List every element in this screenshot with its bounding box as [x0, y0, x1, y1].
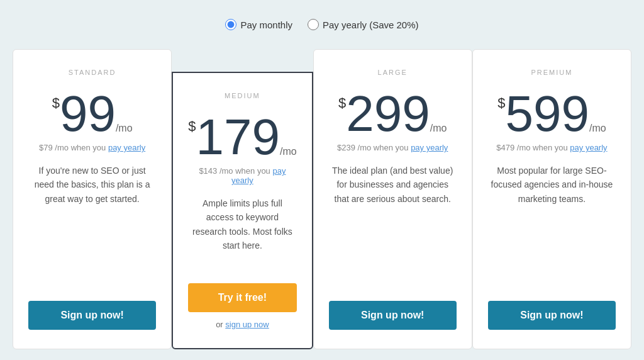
plan-premium-amount: 599 [505, 89, 589, 139]
plan-medium-amount: 179 [196, 112, 279, 162]
plan-medium-wrapper: Most Popular MEDIUM $ 179 /mo $143 /mo w… [172, 72, 313, 349]
plan-standard-signup-button[interactable]: Sign up now! [28, 301, 156, 330]
plan-premium-dollar: $ [497, 95, 505, 111]
plan-large-name: LARGE [378, 69, 408, 76]
yearly-label: Pay yearly (Save 20%) [323, 20, 419, 30]
plan-medium-description: Ample limits plus full access to keyword… [188, 196, 296, 268]
plan-medium-dollar: $ [188, 118, 196, 135]
plan-premium-yearly: $479 /mo when you pay yearly [496, 143, 607, 152]
plan-medium-period: /mo [280, 146, 297, 157]
plan-large-price-block: $ 299 /mo [338, 89, 447, 139]
plan-large-dollar: $ [338, 95, 346, 111]
yearly-option[interactable]: Pay yearly (Save 20%) [308, 19, 419, 30]
plan-standard-description: If you're new to SEO or just need the ba… [28, 164, 156, 221]
plan-standard-name: STANDARD [69, 69, 116, 76]
monthly-radio[interactable] [225, 19, 236, 30]
plans-container: STANDARD $ 99 /mo $79 /mo when you pay y… [13, 49, 631, 349]
plan-large-yearly: $239 /mo when you pay yearly [337, 143, 448, 152]
yearly-radio[interactable] [308, 19, 319, 30]
monthly-label: Pay monthly [240, 20, 292, 30]
plan-premium-price-block: $ 599 /mo [497, 89, 606, 139]
plan-premium: PREMIUM $ 599 /mo $479 /mo when you pay … [472, 49, 631, 349]
plan-standard-yearly-link[interactable]: pay yearly [108, 143, 145, 152]
plan-medium-signup-link[interactable]: sign up now [225, 320, 269, 329]
plan-large: LARGE $ 299 /mo $239 /mo when you pay ye… [313, 49, 472, 349]
plan-standard-period: /mo [116, 123, 133, 134]
plan-premium-name: PREMIUM [531, 69, 572, 76]
plan-large-signup-button[interactable]: Sign up now! [329, 301, 457, 330]
plan-standard-dollar: $ [52, 95, 60, 111]
plan-large-yearly-link[interactable]: pay yearly [411, 143, 448, 152]
billing-toggle: Pay monthly Pay yearly (Save 20%) [225, 19, 418, 30]
plan-medium: MEDIUM $ 179 /mo $143 /mo when you pay y… [172, 72, 313, 349]
plan-standard: STANDARD $ 99 /mo $79 /mo when you pay y… [13, 49, 172, 349]
plan-premium-signup-button[interactable]: Sign up now! [488, 301, 616, 330]
plan-large-period: /mo [430, 123, 447, 134]
plan-standard-amount: 99 [60, 89, 116, 139]
plan-large-description: The ideal plan (and best value) for busi… [329, 164, 457, 221]
plan-premium-yearly-link[interactable]: pay yearly [570, 143, 607, 152]
plan-standard-yearly: $79 /mo when you pay yearly [39, 143, 145, 152]
monthly-option[interactable]: Pay monthly [225, 19, 292, 30]
plan-standard-price-block: $ 99 /mo [52, 89, 133, 139]
plan-medium-try-button[interactable]: Try it free! [188, 283, 296, 312]
plan-medium-yearly: $143 /mo when you pay yearly [188, 166, 296, 185]
plan-premium-period: /mo [589, 123, 606, 134]
plan-medium-name: MEDIUM [225, 92, 260, 99]
plan-medium-or-signup: or sign up now [216, 320, 269, 329]
plan-large-amount: 299 [346, 89, 430, 139]
plan-premium-description: Most popular for large SEO-focused agenc… [488, 164, 616, 221]
plan-medium-price-block: $ 179 /mo [188, 112, 296, 162]
